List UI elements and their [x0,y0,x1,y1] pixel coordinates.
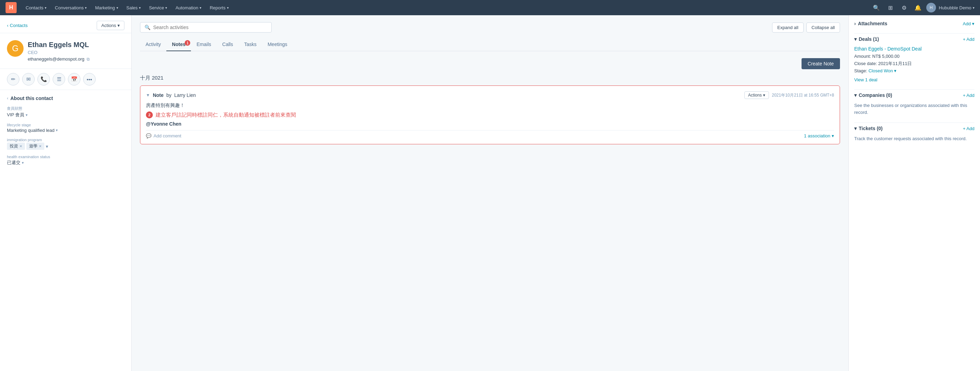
tab-meetings[interactable]: Meetings [262,38,293,51]
chevron-down-icon: ▾ [118,23,120,28]
contact-title: CEO [28,50,90,55]
meeting-action-button[interactable]: 📅 [68,73,80,86]
tab-emails[interactable]: Emails [191,38,216,51]
add-attachment-button[interactable]: Add ▾ [963,21,974,26]
contact-name: Ethan Eggels MQL [28,40,90,49]
tab-calls[interactable]: Calls [216,38,239,51]
collapse-note-icon[interactable]: ▼ [146,93,150,98]
call-action-button[interactable]: 📞 [37,73,50,86]
divider [854,33,974,33]
tab-activity[interactable]: Activity [140,38,166,51]
actions-button[interactable]: Actions ▾ [97,21,124,30]
nav-marketing[interactable]: Marketing ▾ [91,3,121,13]
chevron-down-icon: ▾ [45,6,46,10]
note-action-button[interactable]: ✏ [7,73,19,86]
more-actions-button[interactable]: ••• [83,73,95,86]
search-box: 🔍 [140,22,272,33]
create-note-button[interactable]: Create Note [802,58,840,69]
note-actions-button[interactable]: Actions ▾ [745,91,769,99]
hubspot-logo[interactable]: H [6,2,17,13]
add-ticket-button[interactable]: + Add [963,126,974,131]
chevron-down-icon: ▾ [116,6,118,10]
attachments-header[interactable]: › Attachments Add ▾ [854,21,974,26]
chevron-down-icon: ▾ [973,6,974,10]
chevron-left-icon: ‹ [7,96,8,101]
deal-info: Amount: NT$ 5,000.00 Close date: 2021年11… [854,53,974,75]
deal-stage-dropdown[interactable]: Closed Won ▾ [869,68,896,73]
tab-notes[interactable]: Notes 1 [166,38,191,51]
membership-status-field: 會員狀態 VIP 會員 ▾ [7,106,124,118]
remove-tag-study[interactable]: ✕ [39,144,41,148]
email-action-button[interactable]: ✉ [22,73,35,86]
deals-header[interactable]: ▾ Deals (1) + Add [854,36,974,42]
note-annotation: 建立客戶註記同時標註同仁，系統自動通知被標註者前來查閱 [156,112,296,118]
contact-actions: ✏ ✉ 📞 ☰ 📅 ••• [0,69,131,90]
notes-badge: 1 [185,40,190,46]
avatar[interactable]: H [926,3,936,13]
notifications-icon[interactable]: 🔔 [912,2,924,13]
add-company-button[interactable]: + Add [963,93,974,98]
association-button[interactable]: 1 association ▾ [804,133,834,138]
settings-icon[interactable]: ⚙ [899,2,910,13]
left-sidebar: ‹ Contacts Actions ▾ G Ethan Eggels MQL … [0,15,132,371]
sidebar-header: ‹ Contacts Actions ▾ [0,15,131,33]
task-action-button[interactable]: ☰ [52,73,65,86]
note-header: ▼ Note by Larry Lien Actions ▾ 2021年10月2… [146,91,834,99]
companies-header[interactable]: ▾ Companies (0) + Add [854,92,974,98]
about-section: ‹ About this contact 會員狀態 VIP 會員 ▾ Lifec… [0,90,131,176]
tab-tasks[interactable]: Tasks [239,38,262,51]
nav-conversations[interactable]: Conversations ▾ [51,3,90,13]
add-tag-button[interactable]: ▾ [46,143,48,150]
contact-email: ethaneggels@demospot.org ⧉ [28,56,90,62]
remove-tag-investment[interactable]: ✕ [19,144,22,148]
nav-sales[interactable]: Sales ▾ [123,3,145,13]
deals-section: ▾ Deals (1) + Add Ethan Eggels - DemoSpo… [854,36,974,82]
copy-email-icon[interactable]: ⧉ [87,57,90,62]
comment-icon: 💬 [146,133,151,138]
chevron-down-icon: ▾ [854,92,857,98]
deals-title: ▾ Deals (1) [854,36,879,42]
nav-service[interactable]: Service ▾ [146,3,170,13]
chevron-down-icon: ▾ [854,36,857,42]
marketplace-icon[interactable]: ⊞ [885,2,896,13]
chevron-down-icon: ▾ [832,133,834,138]
activity-toolbar: 🔍 Expand all Collapse all [140,22,840,33]
membership-dropdown-icon[interactable]: ▾ [25,113,28,117]
nav-contacts[interactable]: Contacts ▾ [22,3,50,13]
back-to-contacts-link[interactable]: ‹ Contacts [7,23,28,28]
search-input[interactable] [153,25,267,30]
about-section-header[interactable]: ‹ About this contact [7,95,124,101]
chevron-left-icon: ‹ [7,23,8,28]
app-body: ‹ Contacts Actions ▾ G Ethan Eggels MQL … [0,15,980,371]
deal-card: Ethan Eggels - DemoSpot Deal Amount: NT$… [854,46,974,82]
tickets-title: ▾ Tickets (0) [854,125,883,131]
companies-title: ▾ Companies (0) [854,92,892,98]
search-icon: 🔍 [145,25,150,30]
lifecycle-stage-field: Lifecycle stage Marketing qualified lead… [7,123,124,133]
expand-all-button[interactable]: Expand all [772,22,803,33]
health-exam-field: health examination status 已遞交 ▾ [7,155,124,166]
tickets-section: ▾ Tickets (0) + Add Track the customer r… [854,125,974,142]
tag-investment: 投資 ✕ [7,143,25,150]
view-deal-link[interactable]: View 1 deal [854,77,877,82]
collapse-all-button[interactable]: Collapse all [807,22,840,33]
health-dropdown-icon[interactable]: ▾ [22,160,24,165]
chevron-down-icon: ▾ [227,6,229,10]
chevron-down-icon: ▾ [854,125,857,131]
note-mention: @Yvonne Chen [146,121,834,127]
note-badge-row: 2 建立客戶註記同時標註同仁，系統自動通知被標註者前來查閱 [146,111,834,118]
nav-reports[interactable]: Reports ▾ [206,3,232,13]
nav-automation[interactable]: Automation ▾ [172,3,205,13]
search-icon[interactable]: 🔍 [871,2,882,13]
lifecycle-dropdown-icon[interactable]: ▾ [56,128,58,133]
contact-info: G Ethan Eggels MQL CEO ethaneggels@demos… [0,33,131,69]
note-card: ▼ Note by Larry Lien Actions ▾ 2021年10月2… [140,86,840,144]
divider [854,122,974,123]
top-navigation: H Contacts ▾ Conversations ▾ Marketing ▾… [0,0,980,15]
add-deal-button[interactable]: + Add [963,37,974,42]
add-comment-button[interactable]: 💬 Add comment [146,133,181,138]
immigration-tags: 投資 ✕ 遊學 ✕ ▾ [7,143,124,150]
user-menu[interactable]: Hububble Demo ▾ [939,5,974,10]
tickets-header[interactable]: ▾ Tickets (0) + Add [854,125,974,131]
deal-name-link[interactable]: Ethan Eggels - DemoSpot Deal [854,46,974,52]
